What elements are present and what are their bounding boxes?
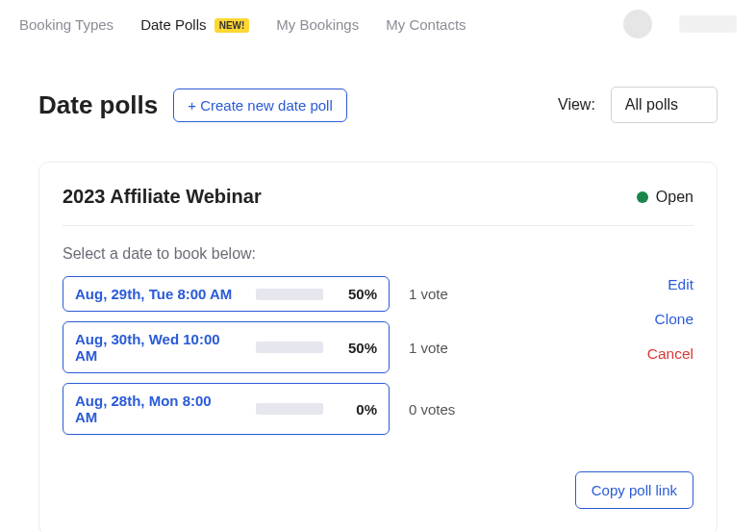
view-select[interactable]: All polls <box>611 87 718 123</box>
nav-item-my-contacts[interactable]: My Contacts <box>386 16 466 33</box>
option-percent: 50% <box>342 286 377 302</box>
option-votes: 0 votes <box>409 401 455 418</box>
poll-actions: Edit Clone Cancel <box>647 276 693 444</box>
poll-option[interactable]: Aug, 30th, Wed 10:00 AM 50% <box>63 321 390 373</box>
poll-options: Aug, 29th, Tue 8:00 AM 50% 1 vote Aug, 3… <box>63 276 455 444</box>
poll-option-row: Aug, 28th, Mon 8:00 AM 0% 0 votes <box>63 383 455 435</box>
poll-option-row: Aug, 29th, Tue 8:00 AM 50% 1 vote <box>63 276 455 312</box>
poll-subhead: Select a date to book below: <box>63 245 693 263</box>
create-date-poll-button[interactable]: + Create new date poll <box>173 89 347 122</box>
page-header: Date polls + Create new date poll View: … <box>0 48 756 142</box>
option-label: Aug, 30th, Wed 10:00 AM <box>75 331 237 364</box>
option-votes: 1 vote <box>409 340 448 356</box>
poll-option[interactable]: Aug, 28th, Mon 8:00 AM 0% <box>63 383 390 435</box>
option-percent: 0% <box>342 401 377 418</box>
status-label: Open <box>656 189 693 206</box>
page-title: Date polls <box>38 90 158 120</box>
view-value: All polls <box>625 96 678 113</box>
poll-status: Open <box>637 189 693 206</box>
poll-card: 2023 Affiliate Webinar Open Select a dat… <box>38 162 718 532</box>
nav-item-label: Date Polls <box>140 16 206 33</box>
option-label: Aug, 29th, Tue 8:00 AM <box>75 286 237 302</box>
poll-option-row: Aug, 30th, Wed 10:00 AM 50% 1 vote <box>63 321 455 373</box>
cancel-link[interactable]: Cancel <box>647 345 693 363</box>
option-label: Aug, 28th, Mon 8:00 AM <box>75 393 237 425</box>
clone-link[interactable]: Clone <box>655 311 694 328</box>
poll-option[interactable]: Aug, 29th, Tue 8:00 AM 50% <box>63 276 390 312</box>
copy-poll-link-button[interactable]: Copy poll link <box>575 471 693 509</box>
view-label: View: <box>558 96 595 114</box>
top-nav: Booking Types Date Polls NEW! My Booking… <box>0 0 756 48</box>
edit-link[interactable]: Edit <box>668 276 693 293</box>
nav-item-booking-types[interactable]: Booking Types <box>19 16 113 33</box>
status-dot-icon <box>637 191 648 203</box>
poll-title: 2023 Affiliate Webinar <box>63 186 262 208</box>
user-name-placeholder <box>679 15 737 33</box>
progress-bar <box>256 342 323 353</box>
poll-card-header: 2023 Affiliate Webinar Open <box>63 186 693 226</box>
progress-bar <box>256 403 323 415</box>
option-votes: 1 vote <box>409 286 448 302</box>
progress-bar <box>256 289 323 300</box>
nav-item-date-polls[interactable]: Date Polls NEW! <box>140 16 249 33</box>
nav-item-my-bookings[interactable]: My Bookings <box>276 16 359 33</box>
avatar[interactable] <box>623 10 652 38</box>
new-badge: NEW! <box>214 18 250 33</box>
option-percent: 50% <box>342 340 377 356</box>
